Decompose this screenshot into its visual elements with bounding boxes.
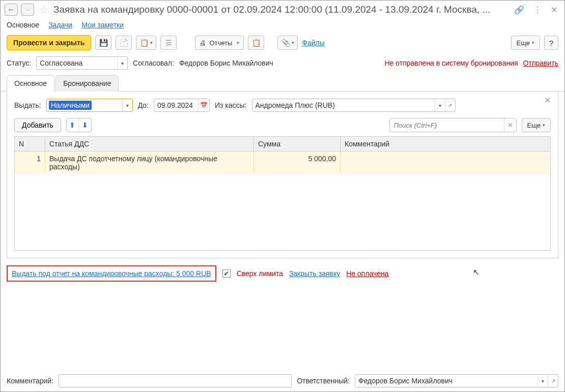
add-row-button[interactable]: Добавить: [14, 118, 61, 132]
chevron-down-icon[interactable]: ▾: [538, 375, 548, 387]
favorite-star-icon[interactable]: ☆: [39, 4, 48, 16]
pay-label: Выдать:: [14, 101, 41, 109]
nav-back-button[interactable]: ←: [5, 4, 18, 16]
move-up-button[interactable]: ⬆: [67, 118, 79, 132]
status-combo[interactable]: Согласована ▾: [36, 56, 128, 70]
responsible-combo[interactable]: Федоров Борис Михайлович ▾ ↗: [355, 374, 558, 387]
booking-warning: Не отправлена в систему бронирования: [384, 59, 518, 67]
col-header-n[interactable]: N: [15, 137, 45, 151]
kebab-menu-icon[interactable]: ⋮: [533, 5, 542, 15]
close-window-icon[interactable]: ✕: [551, 5, 557, 15]
move-down-button[interactable]: ⬇: [79, 118, 91, 132]
chevron-down-icon[interactable]: ▾: [435, 99, 445, 111]
lines-grid[interactable]: N Статья ДДС Сумма Комментарий 1 Выдача …: [14, 136, 551, 251]
post-button[interactable]: 📄: [116, 36, 132, 50]
col-header-sum[interactable]: Сумма: [254, 137, 341, 151]
responsible-label: Ответственный:: [297, 377, 350, 385]
search-input[interactable]: ✕: [389, 118, 517, 132]
create-based-on-button[interactable]: 📋: [136, 36, 156, 50]
print-icon: 🖨: [200, 39, 206, 47]
help-button[interactable]: ?: [544, 36, 558, 50]
comment-input[interactable]: [59, 374, 292, 387]
col-header-article[interactable]: Статья ДДС: [45, 137, 254, 151]
tab-main-top[interactable]: Основное: [7, 21, 39, 29]
close-request-link[interactable]: Закрыть заявку: [289, 269, 340, 278]
chevron-down-icon[interactable]: ▾: [122, 99, 132, 111]
grid-more-button[interactable]: Еще: [522, 118, 551, 132]
post-and-close-button[interactable]: Провести и закрыть: [7, 35, 91, 50]
send-link[interactable]: Отправить: [523, 59, 558, 67]
status-label: Статус:: [7, 59, 31, 67]
files-link[interactable]: Файлы: [302, 39, 324, 47]
save-button[interactable]: 💾: [95, 36, 111, 50]
nav-forward-button[interactable]: →: [21, 4, 34, 16]
panel-close-icon[interactable]: ✕: [544, 96, 551, 105]
approved-by-label: Согласовал:: [133, 59, 174, 67]
structure-button[interactable]: ☰: [160, 36, 177, 50]
grid-header: N Статья ДДС Сумма Комментарий: [15, 137, 550, 152]
tab-tasks[interactable]: Задачи: [48, 21, 72, 29]
tab-booking[interactable]: Бронирование: [55, 75, 119, 92]
over-limit-checkbox[interactable]: ✔: [222, 269, 231, 278]
over-limit-label: Сверх лимита: [237, 269, 283, 278]
cell-article[interactable]: Выдача ДС подотчетному лицу (командирово…: [45, 152, 254, 174]
comment-label: Комментарий:: [7, 377, 53, 385]
clear-search-icon[interactable]: ✕: [504, 118, 516, 132]
approved-by-value: Федоров Борис Михайлович: [179, 59, 273, 67]
document-list-button[interactable]: 📋: [248, 36, 264, 50]
link-icon[interactable]: 🔗: [514, 5, 524, 15]
col-header-comment[interactable]: Комментарий: [341, 137, 550, 151]
cell-sum[interactable]: 5 000,00: [254, 152, 341, 174]
until-label: До:: [138, 101, 149, 109]
until-date-input[interactable]: 09.09.2024 📅: [154, 99, 210, 112]
cash-label: Из кассы:: [215, 101, 247, 109]
cell-comment[interactable]: [341, 152, 550, 174]
search-field[interactable]: [390, 122, 504, 129]
pay-method-combo[interactable]: Наличными ▾: [46, 99, 133, 112]
table-row[interactable]: 1 Выдача ДС подотчетному лицу (командиро…: [15, 152, 550, 174]
more-button[interactable]: Еще: [511, 36, 540, 50]
tab-main[interactable]: Основное: [7, 75, 54, 92]
window-title: Заявка на командировку 0000-00001 от 02.…: [53, 4, 508, 15]
reports-button[interactable]: 🖨 Отчеты: [195, 36, 244, 50]
not-paid-link[interactable]: Не оплачена: [346, 269, 388, 278]
move-row-buttons: ⬆ ⬇: [66, 118, 92, 132]
chevron-down-icon[interactable]: ▾: [117, 57, 127, 69]
calendar-icon[interactable]: 📅: [198, 99, 209, 111]
cursor-icon: ↖: [473, 267, 479, 277]
tab-notes[interactable]: Мои заметки: [81, 21, 124, 29]
issue-advance-link[interactable]: Выдать под отчет на командировочные расх…: [12, 269, 211, 278]
cell-n[interactable]: 1: [15, 152, 45, 174]
open-icon[interactable]: ↗: [445, 99, 455, 111]
open-icon[interactable]: ↗: [548, 375, 558, 387]
cash-register-combo[interactable]: Андромеда Плюс (RUB) ▾ ↗: [252, 99, 456, 112]
attach-button[interactable]: 📎: [277, 36, 298, 50]
